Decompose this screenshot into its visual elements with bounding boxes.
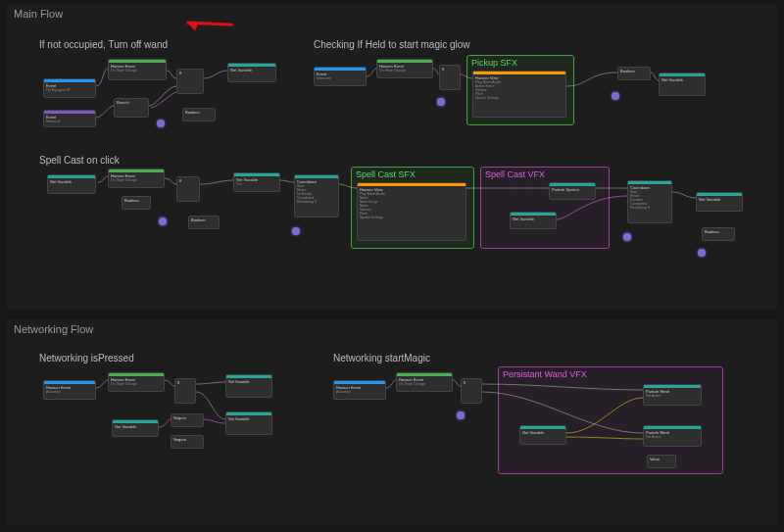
comment-networking-startmagic: Networking startMagic: [333, 353, 430, 363]
group-title-persist-vfx: Persistant Wand VFX: [503, 369, 718, 379]
section-title-main: Main Flow: [6, 4, 778, 24]
node-net-state-1[interactable]: Horizon Event On State Change: [108, 372, 165, 392]
node-boolean-2[interactable]: Boolean: [617, 67, 651, 80]
group-title-pickup-sfx: Pickup SFX: [471, 58, 569, 68]
node-if-3[interactable]: If: [176, 176, 200, 202]
node-boolean-sc[interactable]: Boolean: [122, 196, 151, 210]
node-countdown-1[interactable]: Countdown Start Reset Int Ready Complete…: [294, 174, 339, 218]
node-orb-2[interactable]: [437, 98, 445, 106]
node-net-event-1[interactable]: Horizon Event Activated: [43, 380, 96, 400]
node-net-get-variable[interactable]: Get Variable: [112, 419, 159, 437]
node-boolean-3[interactable]: Boolean: [702, 227, 735, 241]
node-get-variable-1[interactable]: Get Variable: [227, 63, 276, 82]
node-set-active-2[interactable]: Particle Mesh Set Active: [643, 425, 702, 447]
node-orb-3[interactable]: [612, 92, 619, 100]
node-negate-1[interactable]: Negate: [171, 413, 204, 427]
node-orb-1[interactable]: [157, 120, 165, 127]
node-boolean-1[interactable]: Boolean: [182, 108, 216, 121]
node-play-audio-2[interactable]: Horizon View Play Mesh Audio Mesh Main G…: [357, 182, 466, 241]
node-get-variable-4[interactable]: Get Variable: [510, 212, 557, 229]
node-state-change-3[interactable]: Horizon Event On State Change: [108, 169, 165, 188]
node-set-variable-2[interactable]: Set Variable: [225, 411, 272, 435]
node-negate-2[interactable]: Negate: [171, 435, 204, 449]
node-net-if-1[interactable]: If: [174, 378, 196, 404]
node-net-get-variable-2[interactable]: Get Variable: [519, 425, 566, 445]
node-get-variable-5[interactable]: Get Variable: [696, 192, 743, 212]
node-get-variable-3[interactable]: Get Variable Out: [233, 172, 280, 192]
node-set-variable-1[interactable]: Set Variable: [225, 374, 272, 398]
node-orb-5[interactable]: [292, 227, 300, 235]
comment-turn-off-wand: If not occupied, Turn off wand: [39, 39, 168, 50]
node-interactor-2[interactable]: Event Interactor: [314, 67, 367, 86]
node-net-state-2[interactable]: Horizon Event On State Change: [396, 372, 453, 392]
node-on-equipped[interactable]: Event On Equipped M: [43, 78, 96, 98]
group-spell-cast-vfx[interactable]: Spell Cast VFX: [480, 167, 610, 249]
node-orb-6[interactable]: [623, 233, 631, 241]
group-title-spell-sfx: Spell Cast SFX: [356, 169, 469, 179]
node-get-variable-sc[interactable]: Get Variable: [47, 174, 96, 194]
node-branch[interactable]: Branch: [114, 98, 149, 118]
node-state-change-1[interactable]: Horizon Event On State Change: [108, 59, 167, 80]
node-if-2[interactable]: If: [439, 65, 461, 90]
comment-spell-cast: Spell Cast on click: [39, 155, 120, 166]
node-orb-8[interactable]: [457, 411, 465, 419]
node-set-active-1[interactable]: Particle Mesh Set Active: [643, 384, 702, 406]
node-if-1[interactable]: If: [176, 69, 204, 94]
node-particle-system[interactable]: Particle System: [549, 182, 596, 200]
section-title-networking: Networking Flow: [6, 319, 778, 339]
group-persistant-wand-vfx[interactable]: Persistant Wand VFX: [498, 366, 723, 474]
node-orb-7[interactable]: [698, 249, 706, 257]
comment-networking-ispressed: Networking isPressed: [39, 353, 134, 363]
node-boolean-sc2[interactable]: Boolean: [188, 216, 220, 229]
node-countdown-2[interactable]: Countdown Start Reset Duration Completed…: [627, 180, 672, 223]
node-get-variable-2[interactable]: Get Variable: [659, 73, 706, 96]
group-title-spell-vfx: Spell Cast VFX: [485, 169, 605, 179]
node-orb-4[interactable]: [159, 218, 167, 225]
node-interactor[interactable]: Event Interactor: [43, 110, 96, 127]
node-state-change-2[interactable]: Horizon Event On State Change: [376, 59, 433, 78]
node-play-audio-1[interactable]: Horizon View Play Mesh Audio Active Even…: [472, 71, 566, 118]
node-value[interactable]: Value: [647, 455, 676, 468]
node-net-if-2[interactable]: If: [461, 378, 482, 404]
comment-check-held: Checking If Held to start magic glow: [314, 39, 470, 50]
node-net-event-2[interactable]: Horizon Event Activated: [333, 380, 386, 400]
